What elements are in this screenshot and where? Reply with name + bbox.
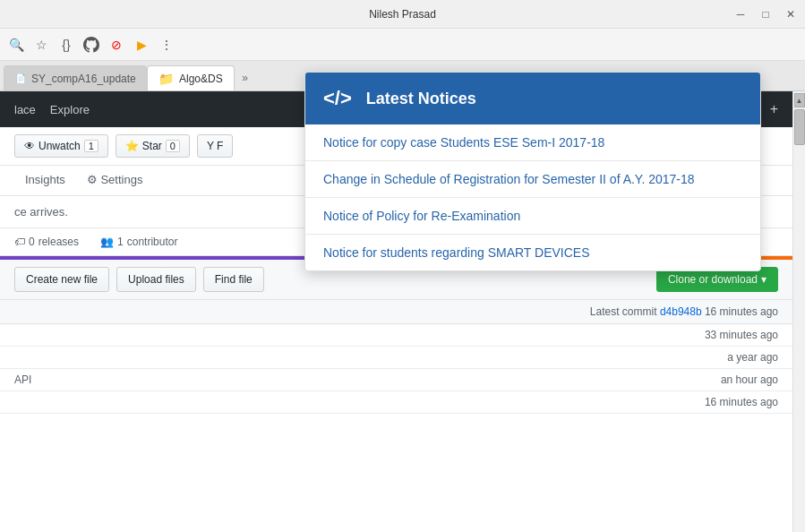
popup-overlay: </> Latest Notices Notice for copy case …: [0, 0, 805, 532]
notice-popup: </> Latest Notices Notice for copy case …: [304, 72, 761, 271]
notice-header: </> Latest Notices: [305, 73, 760, 124]
notice-link-1[interactable]: Notice for copy case Students ESE Sem-I …: [323, 135, 604, 150]
notice-link-2[interactable]: Change in Schedule of Registration for S…: [323, 172, 695, 186]
notice-item-4: Notice for students regarding SMART DEVI…: [305, 235, 760, 270]
notice-link-3[interactable]: Notice of Policy for Re-Examination: [323, 209, 520, 223]
notice-logo: </>: [323, 87, 352, 110]
notice-body: Notice for copy case Students ESE Sem-I …: [305, 124, 760, 270]
notice-item-2: Change in Schedule of Registration for S…: [305, 161, 760, 198]
notice-item-1: Notice for copy case Students ESE Sem-I …: [305, 124, 760, 161]
notice-title: Latest Notices: [366, 90, 476, 108]
notice-item-3: Notice of Policy for Re-Examination: [305, 198, 760, 235]
notice-link-4[interactable]: Notice for students regarding SMART DEVI…: [323, 245, 590, 260]
